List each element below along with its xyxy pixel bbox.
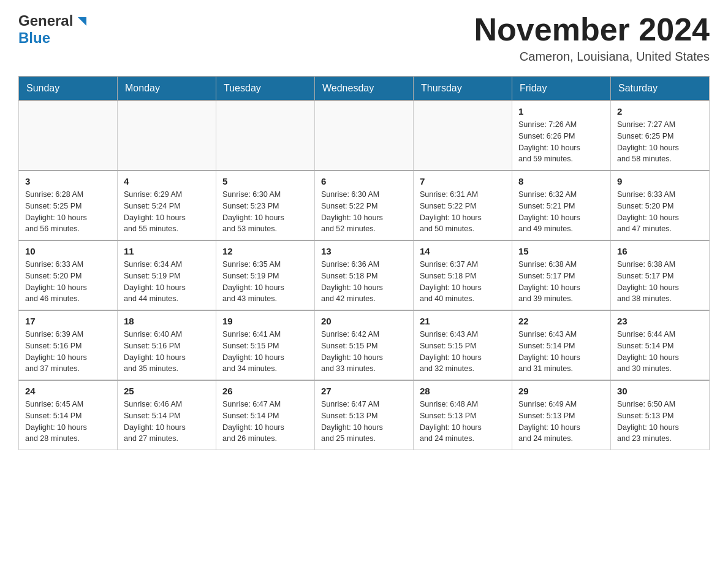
col-wednesday: Wednesday	[315, 77, 414, 101]
calendar-cell-w1-d7: 2Sunrise: 7:27 AM Sunset: 6:25 PM Daylig…	[611, 101, 710, 170]
calendar-cell-w2-d2: 4Sunrise: 6:29 AM Sunset: 5:24 PM Daylig…	[118, 170, 216, 240]
calendar-week-4: 17Sunrise: 6:39 AM Sunset: 5:16 PM Dayli…	[19, 310, 710, 380]
calendar-cell-w1-d5	[414, 101, 512, 170]
day-info: Sunrise: 6:46 AM Sunset: 5:14 PM Dayligh…	[124, 399, 210, 445]
col-saturday: Saturday	[611, 77, 710, 101]
day-info: Sunrise: 6:41 AM Sunset: 5:15 PM Dayligh…	[222, 329, 308, 375]
day-info: Sunrise: 7:26 AM Sunset: 6:26 PM Dayligh…	[518, 119, 604, 165]
col-friday: Friday	[512, 77, 611, 101]
day-info: Sunrise: 6:50 AM Sunset: 5:13 PM Dayligh…	[617, 399, 703, 445]
calendar-cell-w3-d3: 12Sunrise: 6:35 AM Sunset: 5:19 PM Dayli…	[216, 240, 315, 310]
day-number: 5	[222, 176, 308, 186]
logo-blue-text: Blue	[18, 29, 50, 47]
day-info: Sunrise: 6:47 AM Sunset: 5:14 PM Dayligh…	[222, 399, 308, 445]
calendar-cell-w4-d7: 23Sunrise: 6:44 AM Sunset: 5:14 PM Dayli…	[611, 310, 710, 380]
calendar-cell-w1-d6: 1Sunrise: 7:26 AM Sunset: 6:26 PM Daylig…	[512, 101, 611, 170]
day-number: 15	[518, 246, 604, 256]
day-info: Sunrise: 6:33 AM Sunset: 5:20 PM Dayligh…	[617, 189, 703, 235]
svg-marker-0	[78, 17, 86, 26]
day-info: Sunrise: 6:30 AM Sunset: 5:23 PM Dayligh…	[222, 189, 308, 235]
col-sunday: Sunday	[19, 77, 118, 101]
calendar-cell-w2-d6: 8Sunrise: 6:32 AM Sunset: 5:21 PM Daylig…	[512, 170, 611, 240]
day-info: Sunrise: 6:47 AM Sunset: 5:13 PM Dayligh…	[321, 399, 407, 445]
day-number: 6	[321, 176, 407, 186]
day-info: Sunrise: 6:30 AM Sunset: 5:22 PM Dayligh…	[321, 189, 407, 235]
col-monday: Monday	[118, 77, 216, 101]
day-number: 10	[25, 246, 111, 256]
calendar-week-1: 1Sunrise: 7:26 AM Sunset: 6:26 PM Daylig…	[19, 101, 710, 170]
day-info: Sunrise: 6:31 AM Sunset: 5:22 PM Dayligh…	[420, 189, 506, 235]
calendar-cell-w3-d5: 14Sunrise: 6:37 AM Sunset: 5:18 PM Dayli…	[414, 240, 512, 310]
calendar-table: Sunday Monday Tuesday Wednesday Thursday…	[18, 76, 710, 450]
col-tuesday: Tuesday	[216, 77, 315, 101]
day-info: Sunrise: 6:43 AM Sunset: 5:14 PM Dayligh…	[518, 329, 604, 375]
day-number: 19	[222, 316, 308, 326]
day-number: 12	[222, 246, 308, 256]
day-info: Sunrise: 6:33 AM Sunset: 5:20 PM Dayligh…	[25, 259, 111, 305]
calendar-cell-w3-d4: 13Sunrise: 6:36 AM Sunset: 5:18 PM Dayli…	[315, 240, 414, 310]
page-header: General Blue November 2024 Cameron, Loui…	[18, 12, 710, 64]
logo-general-text: General	[18, 12, 73, 29]
day-number: 26	[222, 386, 308, 396]
day-number: 27	[321, 386, 407, 396]
day-number: 16	[617, 246, 703, 256]
calendar-cell-w2-d1: 3Sunrise: 6:28 AM Sunset: 5:25 PM Daylig…	[19, 170, 118, 240]
calendar-cell-w2-d4: 6Sunrise: 6:30 AM Sunset: 5:22 PM Daylig…	[315, 170, 414, 240]
day-number: 3	[25, 176, 111, 186]
logo-triangle-icon	[75, 15, 89, 28]
day-number: 24	[25, 386, 111, 396]
day-info: Sunrise: 6:44 AM Sunset: 5:14 PM Dayligh…	[617, 329, 703, 375]
day-number: 30	[617, 386, 703, 396]
day-info: Sunrise: 7:27 AM Sunset: 6:25 PM Dayligh…	[617, 119, 703, 165]
location-text: Cameron, Louisiana, United States	[474, 50, 710, 64]
day-info: Sunrise: 6:35 AM Sunset: 5:19 PM Dayligh…	[222, 259, 308, 305]
day-info: Sunrise: 6:43 AM Sunset: 5:15 PM Dayligh…	[420, 329, 506, 375]
calendar-cell-w2-d3: 5Sunrise: 6:30 AM Sunset: 5:23 PM Daylig…	[216, 170, 315, 240]
day-number: 7	[420, 176, 506, 186]
month-year-title: November 2024	[474, 12, 710, 47]
title-section: November 2024 Cameron, Louisiana, United…	[474, 12, 710, 64]
day-number: 23	[617, 316, 703, 326]
day-number: 4	[124, 176, 210, 186]
calendar-cell-w5-d2: 25Sunrise: 6:46 AM Sunset: 5:14 PM Dayli…	[118, 380, 216, 450]
calendar-cell-w1-d1	[19, 101, 118, 170]
day-info: Sunrise: 6:45 AM Sunset: 5:14 PM Dayligh…	[25, 399, 111, 445]
calendar-cell-w1-d2	[118, 101, 216, 170]
day-info: Sunrise: 6:29 AM Sunset: 5:24 PM Dayligh…	[124, 189, 210, 235]
calendar-week-5: 24Sunrise: 6:45 AM Sunset: 5:14 PM Dayli…	[19, 380, 710, 450]
calendar-header-row: Sunday Monday Tuesday Wednesday Thursday…	[19, 77, 710, 101]
calendar-cell-w4-d5: 21Sunrise: 6:43 AM Sunset: 5:15 PM Dayli…	[414, 310, 512, 380]
day-info: Sunrise: 6:37 AM Sunset: 5:18 PM Dayligh…	[420, 259, 506, 305]
calendar-cell-w3-d1: 10Sunrise: 6:33 AM Sunset: 5:20 PM Dayli…	[19, 240, 118, 310]
calendar-cell-w4-d3: 19Sunrise: 6:41 AM Sunset: 5:15 PM Dayli…	[216, 310, 315, 380]
calendar-cell-w5-d6: 29Sunrise: 6:49 AM Sunset: 5:13 PM Dayli…	[512, 380, 611, 450]
day-info: Sunrise: 6:40 AM Sunset: 5:16 PM Dayligh…	[124, 329, 210, 375]
day-number: 2	[617, 106, 703, 117]
calendar-cell-w2-d7: 9Sunrise: 6:33 AM Sunset: 5:20 PM Daylig…	[611, 170, 710, 240]
day-info: Sunrise: 6:48 AM Sunset: 5:13 PM Dayligh…	[420, 399, 506, 445]
day-info: Sunrise: 6:34 AM Sunset: 5:19 PM Dayligh…	[124, 259, 210, 305]
calendar-cell-w2-d5: 7Sunrise: 6:31 AM Sunset: 5:22 PM Daylig…	[414, 170, 512, 240]
calendar-cell-w5-d3: 26Sunrise: 6:47 AM Sunset: 5:14 PM Dayli…	[216, 380, 315, 450]
day-number: 29	[518, 386, 604, 396]
day-info: Sunrise: 6:32 AM Sunset: 5:21 PM Dayligh…	[518, 189, 604, 235]
col-thursday: Thursday	[414, 77, 512, 101]
day-number: 13	[321, 246, 407, 256]
calendar-cell-w5-d4: 27Sunrise: 6:47 AM Sunset: 5:13 PM Dayli…	[315, 380, 414, 450]
day-info: Sunrise: 6:49 AM Sunset: 5:13 PM Dayligh…	[518, 399, 604, 445]
day-number: 25	[124, 386, 210, 396]
calendar-cell-w5-d7: 30Sunrise: 6:50 AM Sunset: 5:13 PM Dayli…	[611, 380, 710, 450]
day-number: 22	[518, 316, 604, 326]
day-number: 11	[124, 246, 210, 256]
day-number: 20	[321, 316, 407, 326]
day-info: Sunrise: 6:36 AM Sunset: 5:18 PM Dayligh…	[321, 259, 407, 305]
logo: General Blue	[18, 12, 89, 47]
day-info: Sunrise: 6:28 AM Sunset: 5:25 PM Dayligh…	[25, 189, 111, 235]
calendar-cell-w3-d7: 16Sunrise: 6:38 AM Sunset: 5:17 PM Dayli…	[611, 240, 710, 310]
day-number: 1	[518, 106, 604, 117]
day-number: 28	[420, 386, 506, 396]
calendar-cell-w1-d4	[315, 101, 414, 170]
calendar-cell-w4-d1: 17Sunrise: 6:39 AM Sunset: 5:16 PM Dayli…	[19, 310, 118, 380]
day-number: 8	[518, 176, 604, 186]
day-number: 21	[420, 316, 506, 326]
